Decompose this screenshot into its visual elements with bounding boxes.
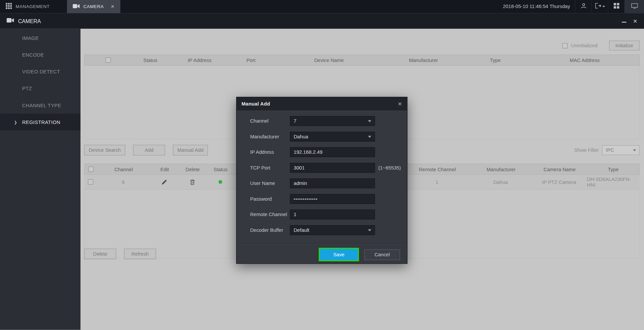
column-header: Status — [132, 55, 169, 65]
remote-channel-label: Remote Channel — [250, 212, 290, 217]
user-name-label: User Name — [250, 181, 290, 186]
password-label: Password — [250, 196, 290, 202]
column-header: Port — [230, 55, 271, 65]
refresh-button[interactable]: Refresh — [124, 249, 156, 259]
ip-address-label: IP Address — [250, 149, 290, 155]
dialog-buttons: Save Cancel — [236, 244, 407, 260]
edit-pencil-icon[interactable] — [161, 175, 167, 189]
status-online-icon — [218, 180, 222, 184]
password-field[interactable] — [290, 194, 375, 204]
datetime: 2018-05-10 11:46:54 Thursday — [503, 0, 570, 13]
row-checkbox[interactable] — [88, 179, 93, 185]
dialog-fields: Channel 7 Manufacturer Dahua IP Address … — [236, 110, 407, 238]
manufacturer-dropdown[interactable]: Dahua — [290, 132, 375, 141]
manual-add-dialog: Manual Add ✕ Channel 7 Manufacturer Dahu… — [236, 97, 408, 264]
sidebar-item-channel-type[interactable]: CHANNEL TYPE — [0, 97, 80, 114]
field-row-tcp-port: TCP Port (1~65535) — [250, 160, 407, 176]
channel-value: 7 — [294, 118, 297, 124]
chevron-down-icon — [633, 149, 636, 151]
show-filter-area: Show Filter IPC — [574, 145, 640, 155]
taskbar: MANAGEMENT CAMERA ✕ 2018-05-10 11:46:54 … — [0, 0, 644, 13]
close-button[interactable]: ✕ — [633, 18, 637, 23]
field-row-decoder-buffer: Decoder Buffer Default — [250, 222, 407, 238]
delete-trash-icon[interactable] — [190, 175, 195, 189]
save-button[interactable]: Save — [320, 249, 358, 260]
field-row-channel: Channel 7 — [250, 113, 407, 129]
column-header: Camera Name — [532, 164, 587, 175]
add-button[interactable]: Add — [133, 145, 165, 155]
show-filter-label: Show Filter — [574, 147, 599, 153]
decoder-buffer-dropdown[interactable]: Default — [290, 225, 375, 235]
screen: MANAGEMENT CAMERA ✕ 2018-05-10 11:46:54 … — [0, 0, 644, 330]
logout-icon — [595, 3, 601, 10]
taskbar-right: 2018-05-10 11:46:54 Thursday — [503, 0, 644, 13]
initialize-row: Uninitialized Initialize — [562, 41, 640, 50]
uninitialized-checkbox[interactable] — [562, 43, 568, 48]
logout-button[interactable] — [591, 0, 608, 13]
tab-management[interactable]: MANAGEMENT — [0, 0, 67, 13]
channels-button[interactable] — [608, 0, 624, 13]
field-row-ip-address: IP Address — [250, 144, 407, 160]
display-button[interactable] — [624, 0, 644, 13]
initialize-button[interactable]: Initialize — [609, 41, 640, 50]
dialog-close-icon[interactable]: ✕ — [397, 101, 402, 107]
sidebar-item-label: PTZ — [22, 85, 32, 91]
cancel-button[interactable]: Cancel — [364, 249, 400, 260]
camera-icon — [73, 3, 80, 10]
cell-type: DH-SD6ALA230FN-HNI — [587, 175, 640, 189]
sidebar-item-label: IMAGE — [22, 35, 39, 41]
column-header: Manufacturer — [386, 55, 460, 65]
cell-manufacturer: Dahua — [470, 175, 532, 189]
sidebar-item-ptz[interactable]: PTZ — [0, 80, 80, 97]
delete-button[interactable]: Delete — [84, 249, 116, 259]
tcp-port-range-hint: (1~65535) — [378, 165, 401, 171]
field-row-remote-channel: Remote Channel — [250, 207, 407, 222]
decoder-buffer-value: Default — [294, 227, 310, 233]
tab-close-icon[interactable]: ✕ — [111, 4, 114, 9]
show-filter-dropdown[interactable]: IPC — [602, 145, 639, 155]
minimize-button[interactable] — [622, 22, 626, 22]
column-header: Type — [461, 55, 530, 65]
tcp-port-label: TCP Port — [250, 165, 290, 171]
chevron-down-icon — [368, 120, 371, 122]
window-controls: ✕ — [622, 18, 637, 23]
sidebar-item-video-detect[interactable]: VIDEO DETECT — [0, 63, 80, 80]
manufacturer-value: Dahua — [294, 134, 308, 139]
window-title: CAMERA — [18, 18, 41, 24]
user-name-field[interactable] — [290, 179, 375, 188]
added-table-select-all-checkbox[interactable] — [88, 167, 94, 172]
sidebar-item-registration[interactable]: ❯ REGISTRATION — [0, 114, 80, 130]
column-header: IP Address — [169, 55, 230, 65]
column-header: Status — [206, 164, 235, 175]
ip-address-field[interactable] — [290, 147, 375, 157]
caret-down-icon — [602, 6, 605, 7]
remote-channel-field[interactable] — [290, 210, 375, 219]
tcp-port-field[interactable] — [290, 163, 375, 173]
four-grid-icon — [613, 3, 619, 10]
channel-dropdown[interactable]: 7 — [290, 116, 375, 126]
device-table-select-all-checkbox[interactable] — [106, 57, 111, 63]
uninitialized-label: Uninitialized — [571, 43, 597, 48]
manual-add-button[interactable]: Manual Add — [173, 145, 208, 155]
sidebar-item-image[interactable]: IMAGE — [0, 29, 80, 46]
sidebar-item-encode[interactable]: ENCODE — [0, 46, 80, 63]
sidebar-item-label: CHANNEL TYPE — [22, 103, 61, 108]
column-header: Type — [587, 164, 639, 175]
sidebar-item-label: REGISTRATION — [22, 119, 60, 125]
column-header: Device Name — [271, 55, 386, 65]
column-header: Delete — [179, 164, 206, 175]
window-titlebar: CAMERA ✕ — [0, 13, 644, 29]
sidebar-item-label: VIDEO DETECT — [22, 69, 60, 74]
tab-management-label: MANAGEMENT — [16, 4, 50, 9]
device-search-button[interactable]: Device Search — [84, 145, 125, 155]
manufacturer-label: Manufacturer — [250, 134, 290, 139]
tab-camera[interactable]: CAMERA ✕ — [67, 0, 120, 13]
field-row-user-name: User Name — [250, 176, 407, 191]
user-button[interactable] — [575, 0, 591, 13]
device-table-header: Status IP Address Port Device Name Manuf… — [84, 55, 640, 66]
channel-label: Channel — [250, 118, 290, 124]
dialog-title: Manual Add — [241, 101, 270, 107]
column-header: MAC Address — [530, 55, 639, 65]
chevron-right-icon: ❯ — [14, 120, 17, 124]
field-row-manufacturer: Manufacturer Dahua — [250, 129, 407, 144]
